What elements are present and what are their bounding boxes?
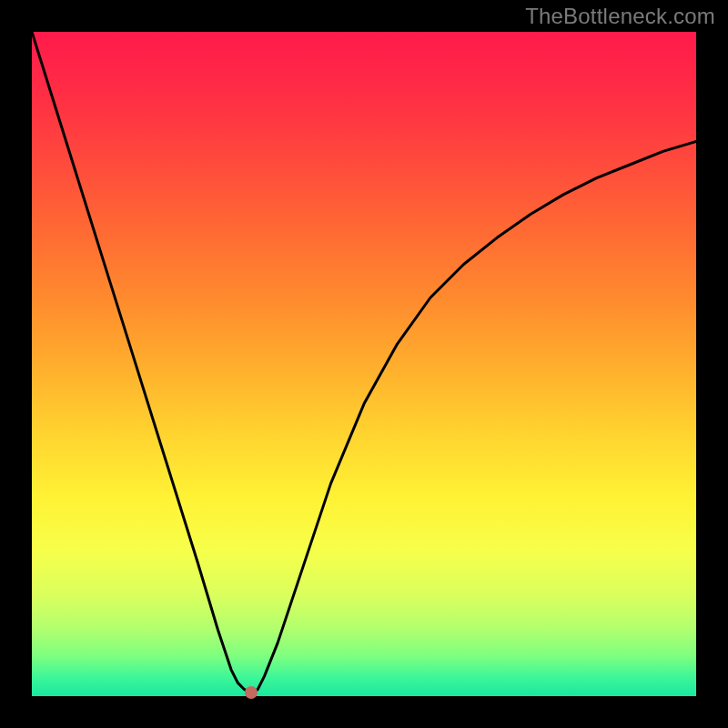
optimum-marker (245, 686, 258, 699)
bottleneck-curve (32, 32, 696, 693)
chart-frame: TheBottleneck.com (0, 0, 728, 728)
watermark-text: TheBottleneck.com (525, 4, 715, 29)
plot-area (32, 32, 696, 696)
curve-layer (32, 32, 696, 696)
